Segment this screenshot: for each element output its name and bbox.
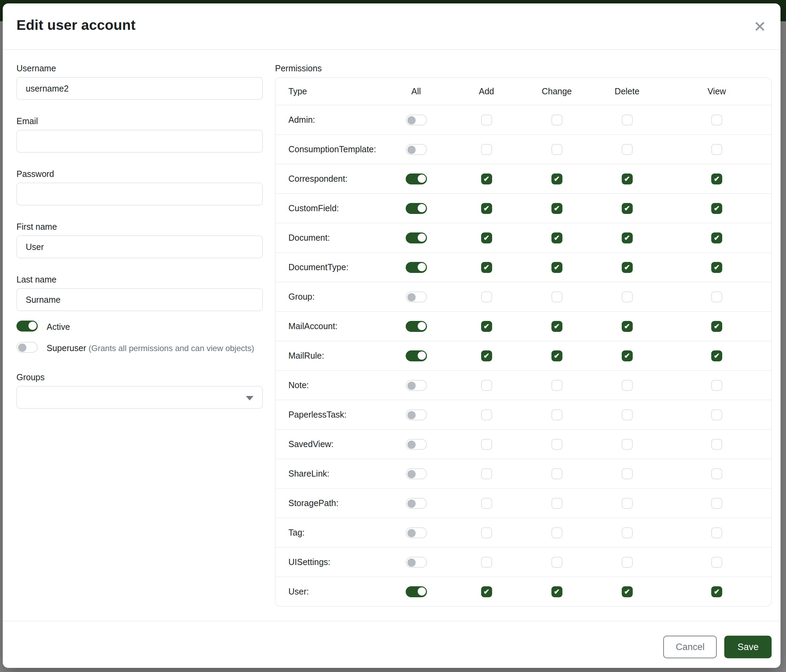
permission-all-toggle[interactable] — [406, 498, 427, 509]
permission-delete-checkbox[interactable] — [622, 350, 633, 361]
permission-delete-checkbox[interactable] — [622, 527, 633, 538]
permission-all-toggle[interactable] — [406, 262, 427, 273]
permission-view-checkbox[interactable] — [711, 203, 722, 214]
permission-delete-checkbox[interactable] — [622, 586, 633, 597]
permission-add-checkbox[interactable] — [481, 203, 492, 214]
superuser-toggle[interactable] — [16, 342, 38, 353]
permission-all-toggle[interactable] — [406, 527, 427, 538]
permission-all-cell — [381, 439, 451, 450]
permission-all-toggle[interactable] — [406, 350, 427, 361]
permission-all-toggle[interactable] — [406, 173, 427, 184]
permission-change-checkbox[interactable] — [552, 232, 563, 243]
permission-add-cell — [451, 203, 522, 214]
save-button[interactable]: Save — [724, 636, 772, 658]
username-input[interactable] — [16, 77, 263, 100]
permission-delete-checkbox[interactable] — [622, 144, 633, 155]
permission-view-checkbox[interactable] — [711, 557, 722, 568]
permission-add-checkbox[interactable] — [481, 232, 492, 243]
permission-add-checkbox[interactable] — [481, 291, 492, 302]
cancel-button[interactable]: Cancel — [663, 636, 717, 658]
permission-change-checkbox[interactable] — [552, 173, 563, 184]
permission-change-checkbox[interactable] — [552, 409, 563, 420]
permission-change-checkbox[interactable] — [552, 262, 563, 273]
permission-change-checkbox[interactable] — [552, 468, 563, 479]
permission-view-checkbox[interactable] — [711, 115, 722, 126]
permission-all-toggle[interactable] — [406, 291, 427, 302]
permission-add-checkbox[interactable] — [481, 586, 492, 597]
last-name-input[interactable] — [16, 288, 263, 311]
permission-all-toggle[interactable] — [406, 439, 427, 450]
permission-add-checkbox[interactable] — [481, 557, 492, 568]
permission-delete-checkbox[interactable] — [622, 232, 633, 243]
permission-add-checkbox[interactable] — [481, 409, 492, 420]
permissions-table-row: Note: — [275, 370, 771, 400]
permission-add-checkbox[interactable] — [481, 350, 492, 361]
permission-change-checkbox[interactable] — [552, 203, 563, 214]
permission-delete-checkbox[interactable] — [622, 439, 633, 450]
permission-add-checkbox[interactable] — [481, 380, 492, 391]
permission-change-checkbox[interactable] — [552, 291, 563, 302]
permission-view-checkbox[interactable] — [711, 439, 722, 450]
permission-delete-checkbox[interactable] — [622, 380, 633, 391]
permission-add-checkbox[interactable] — [481, 468, 492, 479]
permission-view-checkbox[interactable] — [711, 409, 722, 420]
permission-change-checkbox[interactable] — [552, 586, 563, 597]
permission-change-checkbox[interactable] — [552, 144, 563, 155]
permission-add-checkbox[interactable] — [481, 527, 492, 538]
first-name-input[interactable] — [16, 236, 263, 258]
permission-view-checkbox[interactable] — [711, 232, 722, 243]
superuser-hint: (Grants all permissions and can view obj… — [88, 344, 254, 353]
permission-view-checkbox[interactable] — [711, 350, 722, 361]
permission-change-checkbox[interactable] — [552, 527, 563, 538]
permission-delete-checkbox[interactable] — [622, 115, 633, 126]
permission-change-checkbox[interactable] — [552, 557, 563, 568]
permission-delete-checkbox[interactable] — [622, 557, 633, 568]
permission-add-checkbox[interactable] — [481, 144, 492, 155]
permission-delete-checkbox[interactable] — [622, 321, 633, 332]
permission-all-toggle[interactable] — [406, 115, 427, 126]
permission-change-checkbox[interactable] — [552, 439, 563, 450]
permission-view-checkbox[interactable] — [711, 262, 722, 273]
permission-add-checkbox[interactable] — [481, 321, 492, 332]
permission-view-checkbox[interactable] — [711, 498, 722, 509]
permission-view-checkbox[interactable] — [711, 380, 722, 391]
permission-delete-checkbox[interactable] — [622, 203, 633, 214]
permission-view-checkbox[interactable] — [711, 527, 722, 538]
permission-view-checkbox[interactable] — [711, 144, 722, 155]
permission-delete-checkbox[interactable] — [622, 262, 633, 273]
permission-change-checkbox[interactable] — [552, 115, 563, 126]
permission-all-toggle[interactable] — [406, 380, 427, 391]
permission-change-checkbox[interactable] — [552, 380, 563, 391]
permission-all-toggle[interactable] — [406, 232, 427, 243]
password-input[interactable] — [16, 183, 263, 206]
permission-all-toggle[interactable] — [406, 321, 427, 332]
permission-all-toggle[interactable] — [406, 409, 427, 420]
permission-all-toggle[interactable] — [406, 468, 427, 479]
permission-view-checkbox[interactable] — [711, 291, 722, 302]
permission-delete-checkbox[interactable] — [622, 173, 633, 184]
permission-add-checkbox[interactable] — [481, 115, 492, 126]
permission-delete-checkbox[interactable] — [622, 498, 633, 509]
permission-view-checkbox[interactable] — [711, 586, 722, 597]
permission-all-toggle[interactable] — [406, 586, 427, 597]
permission-view-checkbox[interactable] — [711, 173, 722, 184]
permission-add-checkbox[interactable] — [481, 439, 492, 450]
permission-delete-checkbox[interactable] — [622, 468, 633, 479]
permission-delete-checkbox[interactable] — [622, 291, 633, 302]
email-input[interactable] — [16, 130, 263, 152]
permission-all-toggle[interactable] — [406, 557, 427, 568]
active-toggle[interactable] — [16, 320, 38, 331]
permission-all-toggle[interactable] — [406, 144, 427, 155]
permission-view-checkbox[interactable] — [711, 468, 722, 479]
permission-change-checkbox[interactable] — [552, 321, 563, 332]
close-icon[interactable]: ✕ — [753, 17, 767, 36]
permission-add-checkbox[interactable] — [481, 262, 492, 273]
permission-delete-checkbox[interactable] — [622, 409, 633, 420]
permission-change-checkbox[interactable] — [552, 350, 563, 361]
groups-select[interactable] — [16, 386, 263, 409]
permission-view-checkbox[interactable] — [711, 321, 722, 332]
permission-change-checkbox[interactable] — [552, 498, 563, 509]
permission-add-checkbox[interactable] — [481, 173, 492, 184]
permission-all-toggle[interactable] — [406, 203, 427, 214]
permission-add-checkbox[interactable] — [481, 498, 492, 509]
